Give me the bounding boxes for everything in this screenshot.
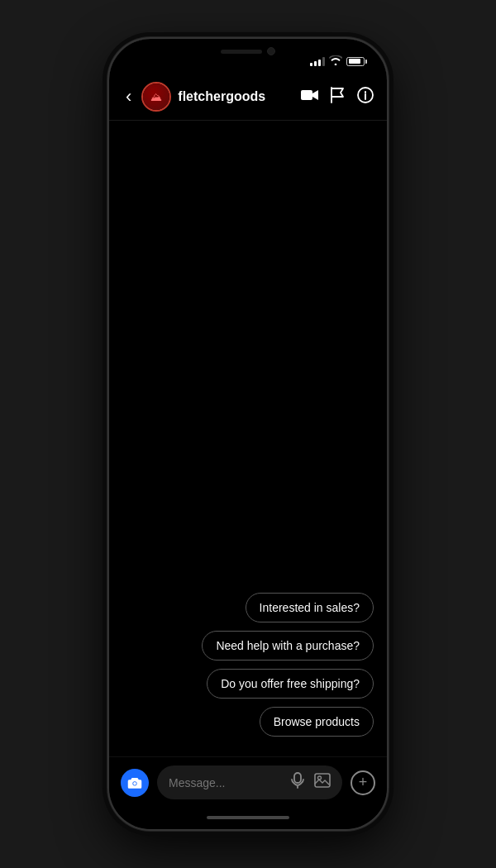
plus-button[interactable]: + [351, 770, 375, 795]
quick-replies-list: Interested in sales? Need help with a pu… [122, 593, 374, 743]
home-indicator [109, 809, 387, 829]
home-bar [207, 816, 289, 819]
quick-reply-shipping[interactable]: Do you offer free shipping? [207, 669, 374, 699]
svg-point-3 [133, 781, 136, 785]
phone-frame: ‹ ⛰ fletchergoods [107, 37, 389, 831]
svg-point-6 [318, 776, 322, 780]
svg-rect-4 [294, 773, 301, 783]
flag-icon[interactable] [331, 87, 346, 107]
input-right-icons [291, 772, 331, 793]
microphone-icon[interactable] [291, 772, 304, 793]
speaker [221, 50, 262, 54]
svg-rect-5 [315, 774, 330, 787]
info-icon[interactable] [357, 87, 374, 107]
header-actions [301, 87, 374, 107]
screen: ‹ ⛰ fletchergoods [109, 39, 387, 829]
signal-icon [310, 57, 325, 66]
chat-area: Interested in sales? Need help with a pu… [109, 121, 387, 756]
video-call-icon[interactable] [301, 88, 319, 106]
battery-icon [346, 57, 367, 66]
wifi-icon [329, 54, 342, 69]
input-bar: + [109, 756, 387, 809]
svg-rect-0 [301, 90, 312, 100]
front-camera [267, 47, 275, 55]
status-icons [310, 54, 367, 69]
avatar[interactable]: ⛰ [141, 82, 171, 112]
username-label[interactable]: fletchergoods [178, 89, 294, 104]
notch [194, 39, 302, 64]
message-input-wrap [157, 765, 342, 799]
chat-header: ‹ ⛰ fletchergoods [109, 75, 387, 121]
quick-reply-purchase[interactable]: Need help with a purchase? [202, 631, 374, 661]
camera-button[interactable] [121, 769, 149, 797]
back-button[interactable]: ‹ [122, 84, 135, 109]
message-input[interactable] [169, 776, 291, 789]
quick-reply-sales[interactable]: Interested in sales? [246, 593, 374, 622]
gallery-icon[interactable] [314, 773, 331, 792]
quick-reply-browse[interactable]: Browse products [260, 707, 374, 737]
